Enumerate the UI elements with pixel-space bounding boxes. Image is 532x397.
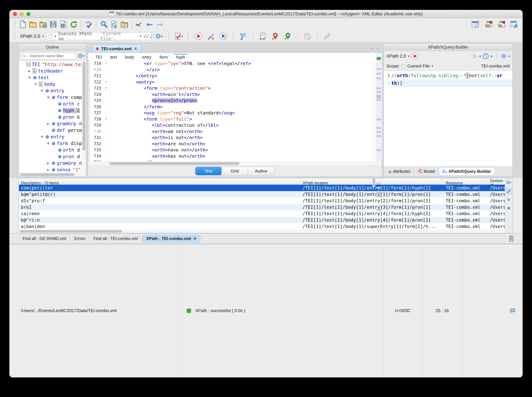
external-tools-icon[interactable] xyxy=(207,32,215,40)
outline-node-teiHeader[interactable]: ▶teiHeader xyxy=(19,68,86,74)
result-row[interactable]: com|peti|tor/TEI[1]/text[1]/body[1]/entr… xyxy=(19,185,505,191)
results-horizontal-scrollbar[interactable] xyxy=(19,230,505,233)
editor-horizontal-scrollbar[interactable] xyxy=(88,161,382,166)
code-editor[interactable]: 719▽ <xr type="syn">SYN. see <ref>legal<… xyxy=(88,60,382,161)
outline-node-form[interactable]: ▼formcomp xyxy=(19,94,86,100)
chevron-down-icon[interactable]: ▾ xyxy=(479,55,481,58)
tab-xpath-xquery-builder[interactable]: //★ XPath/XQuery Builder xyxy=(439,167,495,175)
outline-node-text[interactable]: ▼text xyxy=(19,74,86,81)
clear-result-icon[interactable]: × xyxy=(506,197,512,203)
back-icon[interactable]: ← xyxy=(145,20,154,29)
highlight-marker[interactable] xyxy=(377,77,381,79)
result-row[interactable]: k@"ri:n/TEI[1]/text[1]/body[1]/entry[4]/… xyxy=(19,217,505,223)
overview-ruler[interactable]: × xyxy=(376,53,381,161)
highlight-marker[interactable] xyxy=(377,99,381,101)
tab-scroll-arrows[interactable]: ◅▻ xyxy=(370,47,379,51)
highlight-marker[interactable] xyxy=(377,209,381,211)
debug-xquery-icon[interactable]: XQ xyxy=(497,20,506,29)
code-line-719[interactable]: 719▽ <xr type="syn">SYN. see <ref>legal<… xyxy=(88,60,382,67)
outline-node-body[interactable]: ▼body xyxy=(19,81,86,87)
chevron-down-icon[interactable]: ▾ xyxy=(491,55,492,58)
outline-node-entry[interactable]: ▼entry xyxy=(19,87,86,94)
code-line-728[interactable]: 728▽ <form type="full"> xyxy=(88,116,382,122)
chevron-down-icon[interactable]: ▾ xyxy=(43,35,44,38)
expand-arrow-icon[interactable]: ▶ xyxy=(45,122,51,125)
execute-xpath-combo[interactable]: ▾ Execute XPath on 'Current File' ▾ //★ xyxy=(46,32,152,40)
builder-settings-icon[interactable]: ⚙ xyxy=(501,53,506,60)
code-line-725[interactable]: 725 <pron>eInt</pron> xyxy=(88,97,382,104)
format-indent-icon[interactable] xyxy=(239,32,247,40)
highlight-marker[interactable] xyxy=(377,118,381,120)
element-filter-field[interactable]: ⌄ xyxy=(21,52,76,60)
fold-toggle-icon[interactable]: ▽ xyxy=(102,79,110,85)
tab-attributes[interactable]: a Attributes xyxy=(385,167,414,175)
xpath-expression[interactable]: //orth/following-sibling::*[not(self::or… xyxy=(391,71,505,166)
tab-model[interactable]: Model xyxy=(414,167,438,175)
code-line-734[interactable]: 734 <orth>has not</orth> xyxy=(88,153,382,159)
zoom-window-button[interactable] xyxy=(26,12,31,16)
code-line-723[interactable]: 723▽ <form type="contraction"> xyxy=(88,85,382,91)
save-icon[interactable] xyxy=(49,20,58,29)
bottom-tab-find-all-tei-combo-xml[interactable]: Find all - TEI-combo.xml xyxy=(90,235,142,242)
fold-toggle-icon[interactable]: ▽ xyxy=(102,116,110,122)
highlight-marker[interactable] xyxy=(377,95,381,97)
code-line-730[interactable]: 730 <orth>am not</orth> xyxy=(88,128,382,135)
view-mode-text[interactable]: Text xyxy=(196,167,222,175)
outline-node-TEI[interactable]: TEITEI"http://www.tei- xyxy=(19,61,86,68)
highlight-marker[interactable] xyxy=(377,183,381,185)
code-line-724[interactable]: 724 <orth>ain't</orth> xyxy=(88,91,382,98)
result-row[interactable]: a|ban|don/TEI[1]/text[1]/body[1]/superEn… xyxy=(19,223,505,230)
element-filter-input[interactable] xyxy=(30,54,74,58)
close-tab-icon[interactable]: ✕ xyxy=(193,236,196,241)
result-row[interactable]: breI/TEI[1]/text[1]/body[1]/entry[3]/for… xyxy=(19,204,505,210)
code-line-729[interactable]: 729 <lbl>contraction of</lbl> xyxy=(88,122,382,128)
expand-arrow-icon[interactable]: ▶ xyxy=(45,161,51,165)
result-row[interactable]: ca|reen/TEI[1]/text[1]/body[1]/entry[4]/… xyxy=(19,210,505,217)
go-to-last-edit-icon[interactable]: ↙* xyxy=(135,20,144,29)
pin-green-icon[interactable] xyxy=(284,32,292,40)
outline-settings-icon[interactable]: ⚙▾ xyxy=(78,52,84,59)
collapse-arrow-icon[interactable]: ▼ xyxy=(39,89,45,93)
execute-xpath-button[interactable] xyxy=(411,52,419,60)
validation-ok-icon[interactable] xyxy=(377,57,381,60)
spell-check-icon[interactable]: ABC xyxy=(85,20,93,29)
breadcrumb-item-TEI[interactable]: TEI xyxy=(95,54,102,60)
apply-transformation-icon[interactable] xyxy=(259,32,267,40)
highlight-marker[interactable] xyxy=(377,73,381,74)
editor-vertical-scrollbar[interactable] xyxy=(372,61,376,161)
minimize-window-button[interactable] xyxy=(20,12,24,16)
outline-node-def[interactable]: defperso xyxy=(19,127,86,133)
chevron-down-icon[interactable]: ▾ xyxy=(432,64,433,68)
clear-all-results-icon[interactable]: ×× xyxy=(506,205,512,211)
breadcrumb-item-hyph[interactable]: hyph xyxy=(176,54,185,60)
find-replace-in-files-icon[interactable] xyxy=(120,20,129,29)
highlight-marker[interactable] xyxy=(377,127,381,129)
highlight-marker[interactable] xyxy=(377,91,381,93)
open-file-icon[interactable] xyxy=(29,20,37,29)
bottom-tab-errors[interactable]: Errors xyxy=(70,235,90,242)
outline-node-orth[interactable]: orthd xyxy=(19,147,86,153)
bottom-tab-xpath-tei-combo-xml[interactable]: XPath - TEI-combo.xml✕ xyxy=(142,235,201,242)
xpath-settings-icon[interactable]: ⚙▾ xyxy=(155,32,163,40)
expand-arrow-icon[interactable]: ▶ xyxy=(45,168,51,172)
results-header[interactable]: Description - 70 items XPath location Re… xyxy=(19,178,505,185)
view-mode-grid[interactable]: Grid xyxy=(222,167,248,175)
code-line-720[interactable]: 720 </xr> xyxy=(88,67,382,73)
panel-buttons[interactable] xyxy=(386,46,401,49)
xpath-engine-label[interactable]: XPath 2.0 xyxy=(20,34,40,39)
code-line-731[interactable]: 731 <orth>is not</orth> xyxy=(88,135,382,141)
reload-icon[interactable] xyxy=(69,20,78,29)
debug-xslt-icon[interactable]: XSLT xyxy=(485,20,493,29)
highlight-marker[interactable] xyxy=(377,97,381,99)
open-url-icon[interactable] xyxy=(39,20,47,29)
results-panel-icon[interactable] xyxy=(509,236,514,242)
run-transformation-icon[interactable] xyxy=(194,32,203,40)
highlight-marker[interactable] xyxy=(377,135,381,137)
close-window-button[interactable] xyxy=(13,12,17,16)
title-bar[interactable]: XML TEI-combo.xml [/Users/ttasovac/Devel… xyxy=(9,10,523,18)
highlight-marker[interactable] xyxy=(377,68,381,70)
chevron-down-icon[interactable]: ▾ xyxy=(408,55,410,58)
highlight-results-icon[interactable] xyxy=(506,188,512,194)
result-row[interactable]: k@m"petit@(r)/TEI[1]/text[1]/body[1]/ent… xyxy=(19,191,505,198)
outline-node-hyph[interactable]: hyphc xyxy=(19,107,86,114)
